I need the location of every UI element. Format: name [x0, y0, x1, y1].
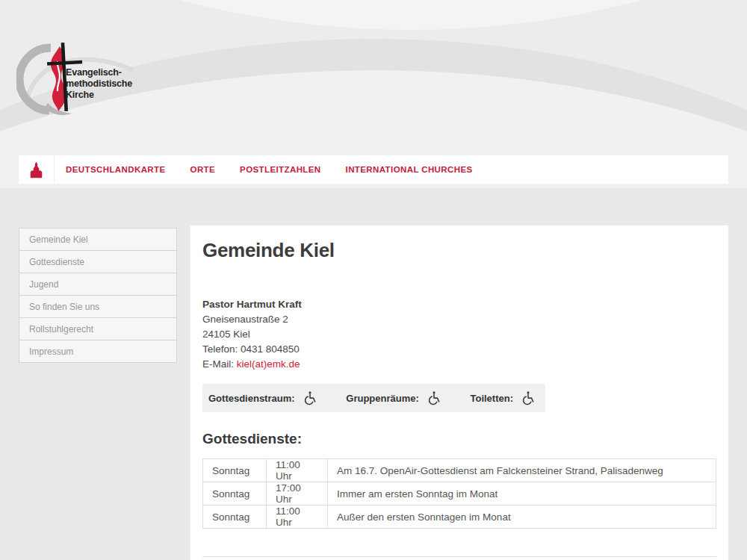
logo-text: Evangelisch- methodistische Kirche: [66, 67, 132, 101]
sidebar-item-rollstuhlgerecht[interactable]: Rollstuhlgerecht: [19, 318, 177, 340]
table-row: Sonntag 11:00 Uhr Am 16.7. OpenAir-Gotte…: [203, 459, 716, 482]
table-row: Sonntag 17:00 Uhr Immer am ersten Sonnta…: [203, 482, 716, 505]
service-note: Immer am ersten Sonntag im Monat: [328, 482, 716, 505]
accessibility-gruppenraeume: Gruppenräume:: [346, 391, 441, 406]
sidebar-item-gottesdienste[interactable]: Gottesdienste: [19, 251, 177, 273]
service-time: 11:00 Uhr: [267, 459, 328, 482]
wheelchair-icon: [520, 391, 535, 406]
nav-items: DEUTSCHLANDKARTE ORTE POSTLEITZAHLEN INT…: [55, 155, 498, 184]
accessibility-gottesdienstraum: Gottesdienstraum:: [208, 391, 317, 406]
nav-item-orte[interactable]: ORTE: [190, 165, 216, 174]
service-day: Sonntag: [203, 505, 267, 529]
wheelchair-icon: [426, 391, 441, 406]
service-time: 11:00 Uhr: [267, 505, 328, 529]
nav-item-postleitzahlen[interactable]: POSTLEITZAHLEN: [240, 165, 320, 174]
page-title: Gemeinde Kiel: [202, 239, 716, 262]
wheelchair-icon: [302, 391, 317, 406]
contact-city: 24105 Kiel: [202, 327, 716, 342]
service-note: Außer den ersten Sonntagen im Monat: [328, 505, 716, 529]
logo-text-line1: Evangelisch-: [66, 67, 132, 78]
email-label: E-Mail:: [202, 358, 237, 370]
contact-email-line: E-Mail: kiel(at)emk.de: [202, 357, 716, 372]
sidebar-item-jugend[interactable]: Jugend: [19, 273, 177, 296]
service-day: Sonntag: [203, 482, 267, 505]
accessibility-bar: Gottesdienstraum: Gruppenräume: Toilette…: [202, 384, 545, 412]
service-day: Sonntag: [203, 459, 267, 482]
accessibility-label: Gottesdienstraum:: [208, 393, 295, 404]
nav-item-international-churches[interactable]: INTERNATIONAL CHURCHES: [346, 165, 473, 174]
footer-divider: [202, 556, 716, 557]
church-icon: [30, 161, 43, 178]
sidebar-item-so-finden-sie-uns[interactable]: So finden Sie uns: [19, 296, 177, 318]
accessibility-toiletten: Toiletten:: [470, 391, 535, 406]
sidebar-item-gemeinde-kiel[interactable]: Gemeinde Kiel: [19, 228, 177, 251]
services-table: Sonntag 11:00 Uhr Am 16.7. OpenAir-Gotte…: [202, 458, 716, 529]
contact-phone: Telefon: 0431 804850: [202, 342, 716, 357]
pastor-name: Pastor Hartmut Kraft: [202, 297, 716, 312]
sidebar-item-impressum[interactable]: Impressum: [19, 340, 177, 363]
table-row: Sonntag 11:00 Uhr Außer den ersten Sonnt…: [203, 505, 716, 529]
emk-logo[interactable]: Evangelisch- methodistische Kirche: [16, 39, 166, 117]
email-link[interactable]: kiel(at)emk.de: [237, 358, 300, 370]
sidebar: Gemeinde Kiel Gottesdienste Jugend So fi…: [19, 228, 177, 363]
service-note: Am 16.7. OpenAir-Gottesdienst am Falcken…: [328, 459, 716, 482]
header-swoosh-top: [0, 0, 747, 30]
accessibility-label: Toiletten:: [470, 393, 513, 404]
contact-street: Gneisenaustraße 2: [202, 312, 716, 327]
main-nav: DEUTSCHLANDKARTE ORTE POSTLEITZAHLEN INT…: [19, 155, 728, 184]
nav-home-button[interactable]: [19, 155, 55, 184]
main-content: Gemeinde Kiel Pastor Hartmut Kraft Gneis…: [190, 225, 728, 560]
logo-text-line3: Kirche: [66, 90, 132, 101]
nav-item-deutschlandkarte[interactable]: DEUTSCHLANDKARTE: [66, 165, 166, 174]
services-heading: Gottesdienste:: [202, 431, 716, 447]
service-time: 17:00 Uhr: [267, 482, 328, 505]
contact-block: Pastor Hartmut Kraft Gneisenaustraße 2 2…: [202, 297, 716, 372]
logo-text-line2: methodistische: [66, 78, 132, 90]
accessibility-label: Gruppenräume:: [346, 393, 419, 404]
